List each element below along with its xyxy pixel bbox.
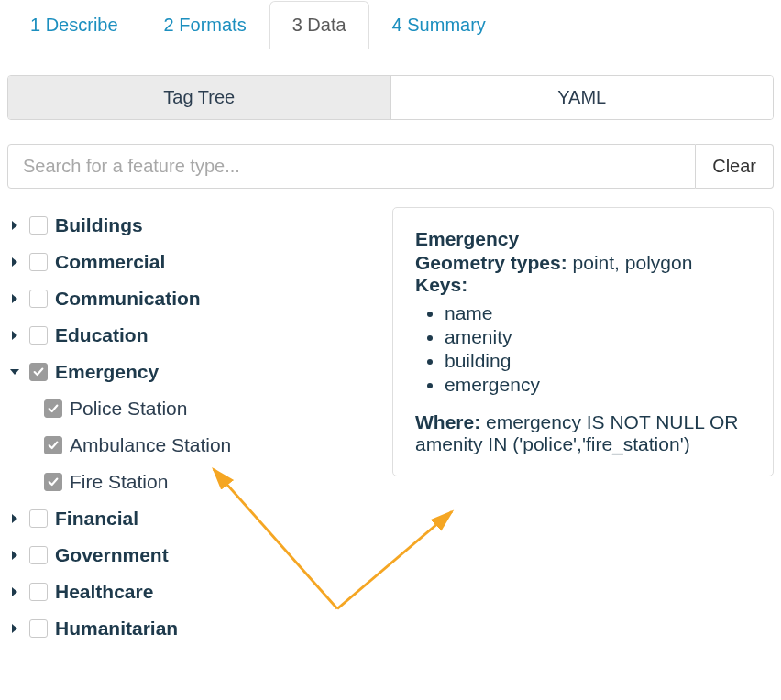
details-panel: Emergency Geometry types: point, polygon… bbox=[392, 207, 774, 476]
tree-node[interactable]: Humanitarian bbox=[7, 610, 374, 647]
checkbox[interactable] bbox=[29, 216, 48, 235]
tree-child-label: Police Station bbox=[70, 398, 187, 420]
chevron-right-icon[interactable] bbox=[7, 255, 22, 269]
chevron-right-icon[interactable] bbox=[7, 328, 22, 343]
chevron-down-icon[interactable] bbox=[7, 365, 22, 379]
tree-node[interactable]: Emergency bbox=[7, 354, 374, 390]
chevron-right-icon[interactable] bbox=[7, 621, 22, 636]
tab-summary[interactable]: 4 Summary bbox=[369, 1, 509, 49]
chevron-right-icon[interactable] bbox=[7, 511, 22, 526]
search-row: Clear bbox=[7, 144, 774, 189]
tab-formats[interactable]: 2 Formats bbox=[141, 1, 270, 49]
checkbox[interactable] bbox=[44, 473, 62, 491]
tree-node[interactable]: Buildings bbox=[7, 207, 374, 244]
tree-node[interactable]: Commercial bbox=[7, 244, 374, 280]
tree-node-label: Buildings bbox=[55, 214, 143, 236]
keys-label: Keys: bbox=[415, 274, 468, 295]
geometry-types-value: point, polygon bbox=[573, 252, 693, 273]
key-item: building bbox=[445, 349, 751, 373]
checkbox[interactable] bbox=[44, 399, 62, 418]
tree-child-node[interactable]: Fire Station bbox=[44, 464, 374, 500]
tree-child-label: Ambulance Station bbox=[70, 434, 231, 456]
tree-children: Police StationAmbulance StationFire Stat… bbox=[44, 390, 374, 500]
checkbox[interactable] bbox=[29, 509, 48, 528]
wizard-tabs: 1 Describe 2 Formats 3 Data 4 Summary bbox=[7, 0, 774, 49]
keys-list: nameamenitybuildingemergency bbox=[445, 301, 751, 397]
tree-child-label: Fire Station bbox=[70, 471, 168, 493]
checkbox[interactable] bbox=[29, 619, 48, 638]
key-item: name bbox=[445, 301, 751, 325]
details-title: Emergency bbox=[415, 228, 751, 250]
tree-node-label: Financial bbox=[55, 508, 138, 530]
view-tag-tree[interactable]: Tag Tree bbox=[8, 76, 390, 119]
tree-node[interactable]: Government bbox=[7, 537, 374, 574]
chevron-right-icon[interactable] bbox=[7, 585, 22, 599]
tree-node[interactable]: Healthcare bbox=[7, 574, 374, 610]
tree-node-label: Communication bbox=[55, 288, 201, 310]
tab-data[interactable]: 3 Data bbox=[270, 1, 369, 49]
search-input[interactable] bbox=[7, 144, 696, 189]
checkbox[interactable] bbox=[29, 363, 48, 381]
tree-child-node[interactable]: Ambulance Station bbox=[44, 427, 374, 464]
view-yaml[interactable]: YAML bbox=[390, 76, 774, 119]
tree-node-label: Commercial bbox=[55, 251, 165, 273]
tree-node[interactable]: Education bbox=[7, 317, 374, 354]
chevron-right-icon[interactable] bbox=[7, 548, 22, 563]
checkbox[interactable] bbox=[29, 583, 48, 601]
key-item: emergency bbox=[445, 373, 751, 397]
chevron-right-icon[interactable] bbox=[7, 218, 22, 233]
checkbox[interactable] bbox=[29, 546, 48, 564]
tab-describe[interactable]: 1 Describe bbox=[7, 1, 141, 49]
geometry-types-label: Geometry types: bbox=[415, 252, 567, 273]
tree-node-label: Humanitarian bbox=[55, 618, 178, 640]
where-label: Where: bbox=[415, 411, 480, 432]
view-toggle: Tag Tree YAML bbox=[7, 75, 774, 120]
tree-node-label: Healthcare bbox=[55, 581, 153, 603]
checkbox[interactable] bbox=[44, 436, 62, 454]
tree-node-label: Education bbox=[55, 324, 148, 346]
checkbox[interactable] bbox=[29, 290, 48, 308]
key-item: amenity bbox=[445, 325, 751, 349]
tree-node[interactable]: Communication bbox=[7, 280, 374, 317]
checkbox[interactable] bbox=[29, 253, 48, 271]
feature-tree: BuildingsCommercialCommunicationEducatio… bbox=[7, 207, 374, 647]
tree-child-node[interactable]: Police Station bbox=[44, 390, 374, 427]
chevron-right-icon[interactable] bbox=[7, 291, 22, 306]
main-area: BuildingsCommercialCommunicationEducatio… bbox=[7, 207, 774, 647]
clear-button[interactable]: Clear bbox=[696, 144, 774, 189]
tree-node-label: Emergency bbox=[55, 361, 159, 383]
tree-node[interactable]: Financial bbox=[7, 500, 374, 537]
checkbox[interactable] bbox=[29, 326, 48, 345]
tree-node-label: Government bbox=[55, 544, 169, 566]
